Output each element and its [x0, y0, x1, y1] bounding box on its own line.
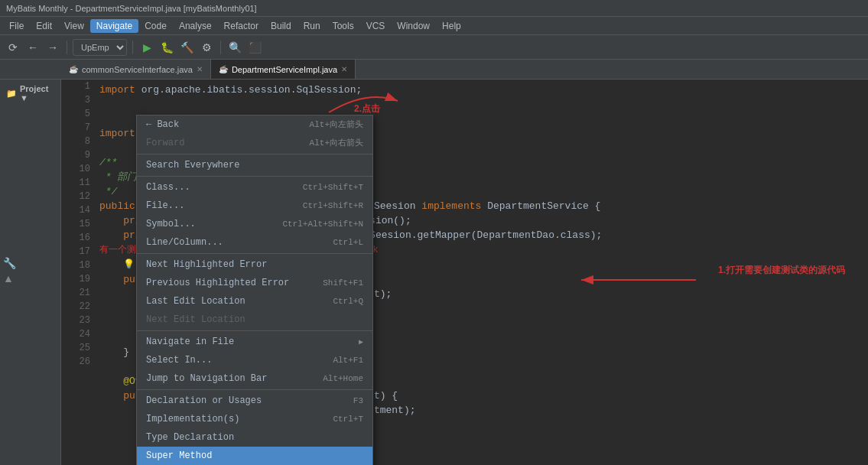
type-declaration-label: Type Declaration [146, 431, 234, 444]
tab-common-label: commonServiceInterface.java [82, 65, 193, 74]
menu-bar: File Edit View Navigate Code Analyse Ref… [0, 17, 868, 35]
tab-common[interactable]: ☕ commonServiceInterface.java ✕ [61, 60, 211, 79]
menu-vcs[interactable]: VCS [360, 19, 392, 33]
menu-forward[interactable]: Forward Alt+向右箭头 [137, 134, 372, 152]
menu-help[interactable]: Help [436, 19, 467, 33]
main-layout: 📁 Project ▼ 🔧 ▲ 1 3 5 7 8 9 10 11 12 14 … [0, 80, 868, 465]
sep5 [137, 389, 372, 390]
select-in-shortcut: Alt+F1 [333, 354, 363, 367]
toolbar-sep1 [67, 41, 67, 54]
menu-build[interactable]: Build [265, 19, 297, 33]
editor-area[interactable]: 1 3 5 7 8 9 10 11 12 14 15 16 17 18 19 2… [61, 80, 868, 465]
menu-last-edit[interactable]: Last Edit Location Ctrl+Q [137, 292, 372, 311]
java-icon: ☕ [69, 65, 78, 73]
submenu-arrow: ▶ [359, 337, 363, 348]
tab-department-close[interactable]: ✕ [341, 65, 347, 73]
select-in-label: Select In... [146, 353, 212, 367]
class-label: Class... [146, 180, 190, 194]
toolbar-build[interactable]: 🔨 [178, 39, 195, 56]
title-bar: MyBatis Monthly - DepartmentServiceImpl.… [0, 0, 868, 17]
menu-declaration[interactable]: Declaration or Usages F3 [137, 392, 372, 410]
toolbar-forward[interactable]: → [44, 39, 61, 56]
menu-search-everywhere[interactable]: Search Everywhere [137, 156, 372, 174]
menu-analyse[interactable]: Analyse [173, 19, 218, 33]
menu-refactor[interactable]: Refactor [218, 19, 265, 33]
menu-navigate[interactable]: Navigate [90, 19, 138, 33]
line-col-label: Line/Column... [146, 236, 223, 249]
last-edit-shortcut: Ctrl+Q [333, 295, 363, 308]
toolbar-terminal[interactable]: ⬛ [246, 39, 263, 56]
toolbar-search[interactable]: 🔍 [226, 39, 243, 56]
menu-window[interactable]: Window [391, 19, 436, 33]
toolbar-sep2 [132, 41, 133, 54]
menu-super-method[interactable]: Super Method [137, 447, 372, 465]
toolbar: ⟳ ← → UpEmp ▶ 🐛 🔨 ⚙ 🔍 ⬛ [0, 35, 868, 60]
forward-label: Forward [146, 136, 184, 150]
menu-class[interactable]: Class... Ctrl+Shift+T [137, 178, 372, 197]
back-shortcut: Alt+向左箭头 [310, 119, 363, 132]
menu-implementations[interactable]: Implementation(s) Ctrl+T [137, 410, 372, 428]
sidebar-bottom-icon2[interactable]: ▲ [3, 272, 57, 285]
symbol-shortcut: Ctrl+Alt+Shift+N [282, 218, 363, 231]
sep3 [137, 253, 372, 254]
menu-next-error[interactable]: Next Highlighted Error [137, 255, 372, 274]
file-label: File... [146, 199, 184, 213]
project-icon: 📁 [6, 89, 17, 99]
menu-run[interactable]: Run [297, 19, 327, 33]
sep1 [137, 154, 372, 154]
toolbar-back[interactable]: ← [24, 39, 41, 56]
sidebar-bottom-icon1[interactable]: 🔧 [3, 257, 57, 269]
toolbar-debug[interactable]: 🐛 [158, 39, 175, 56]
toolbar-sync[interactable]: ⟳ [5, 39, 21, 56]
menu-view[interactable]: View [58, 19, 90, 33]
super-method-label: Super Method [146, 449, 212, 463]
menu-file[interactable]: File... Ctrl+Shift+R [137, 197, 372, 215]
last-edit-label: Last Edit Location [146, 294, 245, 308]
sidebar-project-label: Project ▼ [20, 84, 54, 102]
sep4 [137, 330, 372, 331]
declaration-label: Declaration or Usages [146, 394, 262, 408]
sidebar-title: 📁 Project ▼ [3, 83, 57, 104]
forward-shortcut: Alt+向右箭头 [310, 137, 363, 150]
next-error-label: Next Highlighted Error [146, 258, 267, 272]
back-label: ← Back [146, 118, 179, 132]
menu-navigate-in-file[interactable]: Navigate in File ▶ [137, 333, 372, 351]
toolbar-dropdown[interactable]: UpEmp [73, 39, 127, 56]
implementations-label: Implementation(s) [146, 412, 239, 426]
menu-code[interactable]: Code [138, 19, 173, 33]
tab-department[interactable]: ☕ DepartmentServiceImpl.java ✕ [211, 60, 356, 79]
menu-jump-nav[interactable]: Jump to Navigation Bar Alt+Home [137, 369, 372, 388]
menu-line-col[interactable]: Line/Column... Ctrl+L [137, 233, 372, 252]
search-everywhere-label: Search Everywhere [146, 158, 239, 172]
file-shortcut: Ctrl+Shift+R [303, 200, 363, 213]
menu-edit[interactable]: Edit [30, 19, 58, 33]
navigate-file-label: Navigate in File [146, 335, 234, 349]
tabs-bar: ☕ commonServiceInterface.java ✕ ☕ Depart… [0, 60, 868, 80]
tab-common-close[interactable]: ✕ [197, 65, 203, 73]
line-col-shortcut: Ctrl+L [333, 236, 363, 249]
prev-error-label: Previous Highlighted Error [146, 276, 289, 290]
menu-symbol[interactable]: Symbol... Ctrl+Alt+Shift+N [137, 215, 372, 233]
title-text: MyBatis Monthly - DepartmentServiceImpl.… [6, 4, 257, 13]
menu-next-edit[interactable]: Next Edit Location [137, 311, 372, 329]
toolbar-run[interactable]: ▶ [138, 39, 155, 56]
toolbar-more[interactable]: ⚙ [198, 39, 215, 56]
implementations-shortcut: Ctrl+T [333, 413, 363, 426]
next-edit-label: Next Edit Location [146, 313, 245, 327]
jump-nav-shortcut: Alt+Home [323, 372, 363, 385]
menu-prev-error[interactable]: Previous Highlighted Error Shift+F1 [137, 274, 372, 292]
menu-back[interactable]: ← Back Alt+向左箭头 [137, 115, 372, 134]
sep2 [137, 176, 372, 177]
class-shortcut: Ctrl+Shift+T [303, 181, 363, 194]
toolbar-sep3 [220, 41, 221, 54]
menu-type-declaration[interactable]: Type Declaration [137, 428, 372, 447]
symbol-label: Symbol... [146, 217, 196, 231]
tab-department-label: DepartmentServiceImpl.java [232, 65, 337, 74]
menu-select-in[interactable]: Select In... Alt+F1 [137, 351, 372, 369]
menu-file[interactable]: File [3, 19, 30, 33]
prev-error-shortcut: Shift+F1 [323, 277, 363, 290]
sidebar: 📁 Project ▼ 🔧 ▲ [0, 80, 61, 465]
navigate-dropdown: 2.点击 ← Back Alt+向左箭头 Forward Alt+向右箭头 Se… [136, 115, 373, 465]
menu-tools[interactable]: Tools [327, 19, 360, 33]
java-icon-active: ☕ [219, 65, 228, 73]
